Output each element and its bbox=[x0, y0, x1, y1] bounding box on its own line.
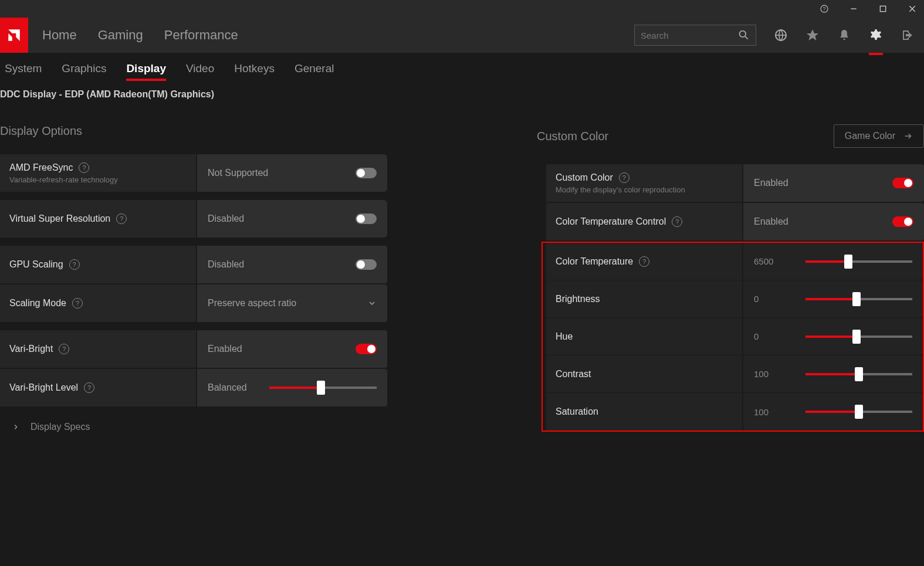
nav-gaming[interactable]: Gaming bbox=[98, 28, 143, 43]
row-color-temp: Color Temperature? 6500 bbox=[543, 243, 923, 280]
display-options-title: Display Options bbox=[0, 124, 387, 138]
hue-value: 0 bbox=[754, 331, 795, 341]
svg-rect-3 bbox=[880, 6, 885, 11]
amd-logo-icon[interactable] bbox=[0, 18, 28, 53]
help-icon[interactable]: ? bbox=[84, 382, 94, 393]
subnav-graphics[interactable]: Graphics bbox=[62, 62, 106, 80]
custom-color-title: Custom Color bbox=[537, 130, 608, 143]
subnav-display[interactable]: Display bbox=[126, 62, 166, 80]
row-color-temp-control: Color Temperature Control? Enabled bbox=[546, 203, 924, 240]
maximize-icon[interactable] bbox=[875, 1, 891, 17]
subnav-system[interactable]: System bbox=[5, 62, 42, 80]
custom-color-toggle[interactable] bbox=[892, 178, 913, 188]
brightness-value: 0 bbox=[754, 294, 795, 304]
svg-text:?: ? bbox=[823, 6, 826, 12]
help-icon[interactable]: ? bbox=[79, 162, 89, 173]
ctc-status: Enabled bbox=[754, 216, 788, 227]
row-saturation: Saturation 100 bbox=[543, 393, 923, 431]
varibright-toggle[interactable] bbox=[356, 344, 377, 354]
freesync-toggle[interactable] bbox=[356, 168, 377, 178]
arrow-right-icon bbox=[903, 131, 913, 141]
search-icon[interactable] bbox=[737, 28, 750, 42]
search-input[interactable] bbox=[634, 25, 756, 46]
gpu-scaling-toggle[interactable] bbox=[356, 259, 377, 270]
web-icon[interactable] bbox=[774, 28, 788, 42]
row-brightness: Brightness 0 bbox=[543, 280, 923, 318]
titlebar: ? bbox=[0, 0, 924, 18]
contrast-slider[interactable] bbox=[805, 373, 912, 375]
help-icon[interactable]: ? bbox=[116, 213, 127, 224]
hue-slider[interactable] bbox=[805, 335, 912, 338]
close-icon[interactable] bbox=[904, 1, 920, 17]
exit-icon[interactable] bbox=[901, 28, 915, 42]
svg-rect-2 bbox=[851, 8, 856, 9]
display-options-panel: Display Options AMD FreeSync? Variable-r… bbox=[0, 100, 387, 432]
brightness-slider[interactable] bbox=[805, 298, 912, 300]
help-icon[interactable]: ? bbox=[816, 1, 832, 17]
gear-icon[interactable] bbox=[869, 28, 883, 42]
row-varibright: Vari-Bright? Enabled bbox=[0, 330, 387, 368]
row-hue: Hue 0 bbox=[543, 318, 923, 355]
varibright-level-label: Balanced bbox=[208, 382, 247, 393]
nav-home[interactable]: Home bbox=[42, 28, 77, 43]
display-identifier: DDC Display - EDP (AMD Radeon(TM) Graphi… bbox=[0, 86, 924, 100]
display-specs-expand[interactable]: Display Specs bbox=[0, 408, 387, 432]
custom-color-panel: Custom Color Game Color Custom Color? Mo… bbox=[537, 100, 924, 432]
color-temp-slider[interactable] bbox=[805, 260, 912, 263]
help-icon[interactable]: ? bbox=[59, 344, 69, 354]
row-freesync: AMD FreeSync? Variable-refresh-rate tech… bbox=[0, 154, 387, 192]
subnav-general[interactable]: General bbox=[295, 62, 334, 80]
svg-point-4 bbox=[739, 31, 746, 38]
subnav-hotkeys[interactable]: Hotkeys bbox=[234, 62, 275, 80]
help-icon[interactable]: ? bbox=[639, 256, 649, 267]
star-icon[interactable] bbox=[805, 28, 820, 42]
help-icon[interactable]: ? bbox=[619, 172, 629, 183]
help-icon[interactable]: ? bbox=[672, 216, 682, 227]
vsr-toggle[interactable] bbox=[356, 213, 377, 224]
game-color-button[interactable]: Game Color bbox=[834, 124, 924, 148]
contrast-value: 100 bbox=[754, 369, 795, 379]
highlighted-sliders: Color Temperature? 6500 Brightness 0 Hue… bbox=[541, 242, 924, 432]
scaling-mode-dropdown[interactable]: Preserve aspect ratio bbox=[197, 284, 387, 322]
row-scaling-mode: Scaling Mode? Preserve aspect ratio bbox=[0, 284, 387, 322]
row-varibright-level: Vari-Bright Level? Balanced bbox=[0, 369, 387, 406]
minimize-icon[interactable] bbox=[845, 1, 862, 17]
settings-subnav: System Graphics Display Video Hotkeys Ge… bbox=[0, 53, 924, 86]
row-vsr: Virtual Super Resolution? Disabled bbox=[0, 200, 387, 238]
varibright-level-slider[interactable] bbox=[269, 387, 377, 389]
subnav-video[interactable]: Video bbox=[186, 62, 214, 80]
row-gpu-scaling: GPU Scaling? Disabled bbox=[0, 246, 387, 283]
vsr-status: Disabled bbox=[208, 213, 244, 224]
help-icon[interactable]: ? bbox=[69, 259, 80, 270]
gpu-scaling-status: Disabled bbox=[208, 259, 244, 270]
color-temp-value: 6500 bbox=[754, 256, 795, 266]
saturation-slider[interactable] bbox=[805, 411, 912, 413]
varibright-status: Enabled bbox=[208, 344, 242, 354]
search-field[interactable] bbox=[641, 30, 737, 40]
nav-performance[interactable]: Performance bbox=[164, 28, 238, 43]
chevron-right-icon bbox=[12, 423, 20, 431]
row-contrast: Contrast 100 bbox=[543, 355, 923, 393]
help-icon[interactable]: ? bbox=[72, 298, 83, 309]
header: Home Gaming Performance bbox=[0, 18, 924, 53]
freesync-status: Not Supported bbox=[208, 168, 268, 178]
bell-icon[interactable] bbox=[837, 28, 851, 42]
main-nav: Home Gaming Performance bbox=[42, 28, 238, 43]
ctc-toggle[interactable] bbox=[892, 216, 913, 227]
saturation-value: 100 bbox=[754, 407, 795, 417]
row-custom-color: Custom Color? Modify the display's color… bbox=[546, 164, 924, 202]
custom-color-status: Enabled bbox=[754, 178, 788, 188]
chevron-down-icon bbox=[367, 299, 377, 308]
